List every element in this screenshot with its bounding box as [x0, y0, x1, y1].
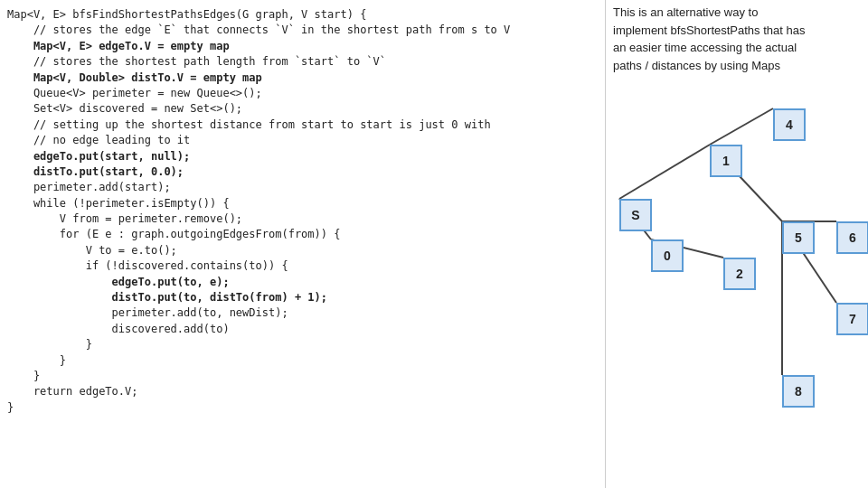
code-line: Map<V, Double> distTo.V = empty map — [7, 70, 605, 86]
code-line: distTo.put(start, 0.0); — [7, 164, 605, 180]
code-line: } — [7, 353, 605, 369]
annotation-line1: This is an alternative way to — [613, 5, 758, 19]
code-line: distTo.put(to, distTo(from) + 1); — [7, 290, 605, 305]
code-line: perimeter.add(to, newDist); — [7, 305, 605, 321]
code-line: V to = e.to(); — [7, 243, 605, 258]
code-line: if (!discovered.contains(to)) { — [7, 258, 605, 274]
graph-edge — [619, 145, 710, 199]
code-line: Set<V> discovered = new Set<>(); — [7, 101, 605, 117]
code-line: Queue<V> perimeter = new Queue<>(); — [7, 86, 605, 101]
graph-node-8: 8 — [782, 375, 815, 408]
right-panel: This is an alternative way to implement … — [606, 0, 868, 488]
graph-node-4: 4 — [773, 108, 806, 141]
code-line: while (!perimeter.isEmpty()) { — [7, 196, 605, 211]
graph-area: S01245678 — [606, 90, 868, 479]
graph-node-7: 7 — [836, 303, 868, 335]
code-line: Map<V, E> bfsFindShortestPathsEdges(G gr… — [7, 7, 605, 23]
code-line: edgeTo.put(to, e); — [7, 275, 605, 290]
code-line: // no edge leading to it — [7, 133, 605, 148]
code-line: discovered.add(to) — [7, 322, 605, 337]
code-line: } — [7, 400, 605, 416]
code-line: // setting up the shortest distance from… — [7, 117, 605, 133]
graph-node-0: 0 — [651, 239, 684, 272]
code-line: perimeter.add(start); — [7, 180, 605, 195]
code-line: for (E e : graph.outgoingEdgesFrom(from)… — [7, 227, 605, 242]
graph-node-s: S — [619, 199, 652, 231]
code-line: } — [7, 369, 605, 384]
code-panel: Map<V, E> bfsFindShortestPathsEdges(G gr… — [0, 0, 606, 488]
code-content: Map<V, E> bfsFindShortestPathsEdges(G gr… — [7, 7, 605, 416]
graph-node-2: 2 — [723, 258, 756, 290]
code-line: } — [7, 337, 605, 352]
code-line: // stores the shortest path length from … — [7, 54, 605, 70]
code-line: // stores the edge `E` that connects `V`… — [7, 23, 605, 38]
code-line: edgeTo.put(start, null); — [7, 149, 605, 164]
graph-node-6: 6 — [836, 221, 868, 254]
annotation-box: This is an alternative way to implement … — [606, 0, 841, 78]
graph-node-1: 1 — [710, 145, 742, 177]
annotation-line3: an easier time accessing the actual — [613, 41, 797, 54]
graph-node-5: 5 — [782, 221, 815, 254]
code-line: V from = perimeter.remove(); — [7, 211, 605, 227]
code-line: Map<V, E> edgeTo.V = empty map — [7, 39, 605, 54]
annotation-line4: paths / distances by using Maps — [613, 59, 780, 72]
graph-edge — [710, 108, 773, 145]
code-line: return edgeTo.V; — [7, 384, 605, 399]
annotation-line2: implement bfsShortestPaths that has — [613, 23, 805, 37]
